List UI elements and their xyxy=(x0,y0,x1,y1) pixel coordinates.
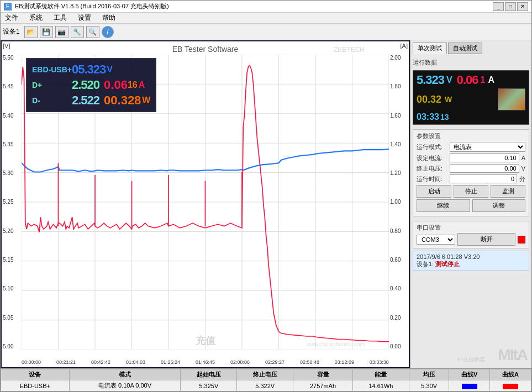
voltage-stop-row: 终止电压: V xyxy=(417,164,525,173)
col-energy: 能量 xyxy=(352,369,409,380)
display-time: 03:33 xyxy=(417,112,439,122)
minimize-button[interactable]: _ xyxy=(493,2,504,11)
y-axis-right: 2.00 1.80 1.60 1.40 1.20 1.00 0.80 0.60 … xyxy=(389,55,408,349)
overlay-label-2: D+ xyxy=(32,81,72,89)
table-row: EBD-USB+ 电流表 0.10A 0.00V 5.325V 5.322V 2… xyxy=(1,380,531,391)
runtime-section-title: 运行数据 xyxy=(413,59,529,67)
y-left-0: 5.50 xyxy=(3,55,22,61)
toolbar-save[interactable]: 💾 xyxy=(40,26,53,38)
menu-help[interactable]: 帮助 xyxy=(100,13,118,23)
menu-bar: 文件 系统 工具 设置 帮助 xyxy=(1,13,531,24)
current-unit: A xyxy=(488,75,494,85)
panel-tabs: 单次测试 自动测试 xyxy=(413,43,529,54)
toolbar-camera[interactable]: 📷 xyxy=(55,26,69,38)
com-section: 串口设置 COM3 断开 xyxy=(413,221,529,248)
title-bar: E EB测试系统软件 V1.8.5 (Build 2016-03-07 充电头特… xyxy=(1,1,531,13)
curve-v-bar xyxy=(462,384,477,389)
overlay-value-1: 05.323 xyxy=(72,62,106,77)
continue-button[interactable]: 继续 xyxy=(417,199,470,212)
thumbnail-image xyxy=(498,88,525,110)
col-capacity: 容量 xyxy=(293,369,353,380)
maximize-button[interactable]: □ xyxy=(505,2,516,11)
display-voltage: 5.323 xyxy=(417,73,444,87)
display-power: 00.32 xyxy=(417,94,441,105)
window-title: EB测试系统软件 V1.8.5 (Build 2016-03-07 充电头特别版… xyxy=(15,2,493,10)
toolbar-open[interactable]: 📂 xyxy=(24,26,38,38)
overlay-value-4: 2.522 xyxy=(72,93,99,108)
overlay-row-1: EBD-USB+ 05.323 V xyxy=(32,62,150,77)
tab-single[interactable]: 单次测试 xyxy=(413,43,447,54)
start-button[interactable]: 启动 xyxy=(417,185,451,198)
overlay-row-2: D+ 2.520 0.06 16 A xyxy=(32,78,150,92)
voltage-stop-unit: V xyxy=(522,165,525,172)
y-right-9: 0.20 xyxy=(389,315,408,321)
col-stop-v: 终止电压 xyxy=(237,369,293,380)
status-device-label: 设备1: xyxy=(417,261,435,267)
power-time-row: 00.32 W xyxy=(417,88,525,110)
y-right-10: 0.00 xyxy=(389,343,408,349)
y-left-2: 5.40 xyxy=(3,113,22,119)
y-right-4: 1.20 xyxy=(389,170,408,176)
y-left-9: 5.05 xyxy=(3,315,22,321)
chart-title: EB Tester Software xyxy=(172,45,239,54)
toolbar-info[interactable]: i xyxy=(102,26,114,38)
x-6: 02:08:06 xyxy=(230,359,250,365)
close-button[interactable]: ✕ xyxy=(517,2,528,11)
bottom-table: 设备 模式 起始电压 终止电压 容量 能量 均压 曲线V 曲线A EBD-USB… xyxy=(1,368,531,391)
toolbar-search[interactable]: 🔍 xyxy=(86,26,99,38)
disconnect-button[interactable]: 断开 xyxy=(457,233,515,246)
y-right-0: 2.00 xyxy=(389,55,408,61)
stop-button[interactable]: 停止 xyxy=(454,185,488,198)
main-window: E EB测试系统软件 V1.8.5 (Build 2016-03-07 充电头特… xyxy=(0,0,532,392)
y-right-7: 0.60 xyxy=(389,257,408,263)
y-right-5: 1.00 xyxy=(389,199,408,205)
com-title: 串口设置 xyxy=(417,224,525,232)
current-unit2: A xyxy=(522,155,525,161)
col-start-v: 起始电压 xyxy=(181,369,237,380)
y-axis-left: 5.50 5.45 5.40 5.35 5.30 5.25 5.20 5.15 … xyxy=(3,55,22,349)
y-right-1: 1.80 xyxy=(389,83,408,89)
td-stop-v: 5.322V xyxy=(237,380,293,391)
mita-text: MItA xyxy=(498,346,527,364)
current-display-int: 0.06 xyxy=(457,73,478,87)
x-5: 01:46:45 xyxy=(196,359,215,365)
time-row: 03:33 13 xyxy=(417,112,525,122)
toolbar-settings[interactable]: 🔧 xyxy=(71,26,84,38)
x-10: 03:33:30 xyxy=(370,359,389,365)
overlay-unit-3: A xyxy=(139,80,145,90)
td-device: EBD-USB+ xyxy=(1,380,70,391)
td-mode: 电流表 0.10A 0.00V xyxy=(69,380,181,391)
current-row: 设定电流: A xyxy=(417,153,525,162)
mode-row: 运行模式: 电流表 xyxy=(417,142,525,152)
adjust-button[interactable]: 调整 xyxy=(472,199,526,212)
main-content: [V] [A] EB Tester Software ZKETECH 5.50 … xyxy=(1,40,531,368)
menu-tools[interactable]: 工具 xyxy=(51,13,69,23)
cat-image xyxy=(498,89,525,110)
monitor-button[interactable]: 监测 xyxy=(491,185,525,198)
disconnect-indicator xyxy=(518,236,525,243)
x-7: 02:29:27 xyxy=(265,359,285,365)
data-overlay: EBD-USB+ 05.323 V D+ 2.520 0.06 16 A xyxy=(26,58,156,112)
curve-a-bar xyxy=(503,384,518,389)
params-section: 参数设置 运行模式: 电流表 设定电流: A 终止电压: V xyxy=(413,129,529,216)
menu-system[interactable]: 系统 xyxy=(27,13,45,23)
y-left-3: 5.35 xyxy=(3,141,22,147)
com-select[interactable]: COM3 xyxy=(417,235,455,245)
status-device-row: 设备1: 测试停止 xyxy=(417,260,525,268)
voltage-stop-label: 终止电压: xyxy=(417,165,450,173)
menu-file[interactable]: 文件 xyxy=(3,13,20,23)
voltage-stop-input[interactable] xyxy=(450,164,519,173)
mode-select[interactable]: 电流表 xyxy=(450,142,525,152)
overlay-unit-5: W xyxy=(142,96,150,105)
td-start-v: 5.325V xyxy=(181,380,237,391)
y-left-5: 5.25 xyxy=(3,199,22,205)
runtime-input[interactable] xyxy=(450,174,517,183)
current-input[interactable] xyxy=(450,153,519,162)
current-display-dec: 1 xyxy=(481,75,486,85)
td-energy: 14.61Wh xyxy=(352,380,409,391)
tab-auto[interactable]: 自动测试 xyxy=(448,43,482,54)
col-mode: 模式 xyxy=(69,369,181,380)
params-title: 参数设置 xyxy=(417,132,525,140)
menu-settings[interactable]: 设置 xyxy=(76,13,93,23)
right-panel: 单次测试 自动测试 运行数据 5.323 V 0.06 1 A 00.32 W xyxy=(410,40,531,368)
